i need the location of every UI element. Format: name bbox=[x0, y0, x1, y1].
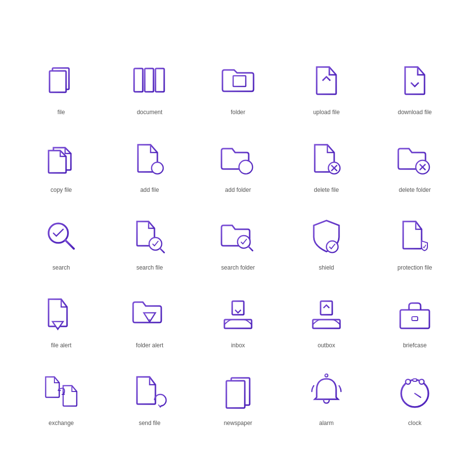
add-folder-icon bbox=[214, 134, 262, 183]
shield-icon bbox=[302, 212, 351, 260]
inbox-label: inbox bbox=[231, 342, 245, 350]
icon-cell-outbox: outbox bbox=[285, 282, 368, 350]
icon-cell-file: file bbox=[19, 49, 103, 117]
icon-cell-document: document bbox=[108, 49, 191, 117]
alarm-icon bbox=[302, 367, 351, 416]
icon-cell-download-file: download file bbox=[373, 49, 457, 117]
icon-cell-add-file: add file bbox=[108, 126, 191, 194]
icon-cell-delete-file: delete file bbox=[285, 126, 368, 194]
outbox-label: outbox bbox=[318, 342, 335, 350]
newspaper-icon bbox=[214, 367, 262, 416]
icon-cell-send-file: send file bbox=[108, 359, 191, 427]
briefcase-icon bbox=[391, 289, 439, 338]
icon-cell-delete-folder: delete folder bbox=[373, 126, 457, 194]
download-file-icon bbox=[391, 56, 439, 105]
document-icon bbox=[125, 56, 174, 105]
delete-folder-label: delete folder bbox=[399, 187, 431, 194]
file-label: file bbox=[57, 109, 65, 117]
exchange-label: exchange bbox=[49, 420, 74, 427]
icon-cell-clock: clock bbox=[373, 359, 457, 427]
search-file-icon bbox=[125, 212, 174, 260]
shield-label: shield bbox=[319, 264, 334, 272]
folder-alert-icon bbox=[125, 289, 174, 338]
icon-cell-folder: folder bbox=[196, 49, 280, 117]
search-file-label: search file bbox=[136, 264, 163, 272]
svg-point-55 bbox=[57, 327, 58, 328]
send-file-icon bbox=[125, 367, 174, 416]
copy-file-label: copy file bbox=[51, 187, 72, 194]
icon-cell-protection-file: protection file bbox=[373, 204, 457, 272]
clock-icon bbox=[391, 367, 439, 416]
icon-cell-upload-file: upload file bbox=[285, 49, 368, 117]
clock-label: clock bbox=[408, 420, 421, 427]
inbox-icon bbox=[214, 289, 262, 338]
icon-cell-copy-file: copy file bbox=[19, 126, 103, 194]
search-label: search bbox=[52, 264, 70, 272]
copy-file-icon bbox=[37, 134, 85, 183]
icon-cell-folder-alert: folder alert bbox=[108, 282, 191, 350]
add-file-label: add file bbox=[140, 187, 159, 194]
folder-icon bbox=[214, 56, 262, 105]
document-label: document bbox=[137, 109, 163, 117]
send-file-label: send file bbox=[139, 420, 161, 427]
icon-cell-search-file: search file bbox=[108, 204, 191, 272]
svg-point-81 bbox=[406, 379, 410, 384]
file-alert-label: file alert bbox=[51, 342, 71, 350]
icon-cell-newspaper: newspaper bbox=[196, 359, 280, 427]
icon-cell-shield: shield bbox=[285, 204, 368, 272]
delete-file-icon bbox=[302, 134, 351, 183]
outbox-icon bbox=[302, 289, 351, 338]
icon-cell-exchange: exchange bbox=[19, 359, 103, 427]
upload-file-label: upload file bbox=[313, 109, 340, 117]
folder-label: folder bbox=[231, 109, 245, 117]
svg-point-82 bbox=[419, 379, 424, 384]
briefcase-label: briefcase bbox=[403, 342, 427, 350]
svg-rect-66 bbox=[412, 317, 418, 321]
file-alert-icon bbox=[37, 289, 85, 338]
svg-line-47 bbox=[248, 246, 253, 251]
icon-cell-search: search bbox=[19, 204, 103, 272]
delete-folder-icon bbox=[391, 134, 439, 183]
file-icon bbox=[37, 56, 85, 105]
icon-grid: file bbox=[0, 29, 476, 447]
search-folder-label: search folder bbox=[221, 264, 255, 272]
svg-line-45 bbox=[160, 248, 164, 253]
add-file-icon bbox=[125, 134, 174, 183]
newspaper-label: newspaper bbox=[224, 420, 253, 427]
svg-rect-17 bbox=[233, 76, 246, 86]
delete-file-label: delete file bbox=[314, 187, 339, 194]
svg-line-41 bbox=[65, 240, 74, 249]
alarm-label: alarm bbox=[319, 420, 334, 427]
svg-rect-1 bbox=[50, 71, 66, 92]
icon-cell-alarm: alarm bbox=[285, 359, 368, 427]
icon-cell-search-folder: search folder bbox=[196, 204, 280, 272]
folder-alert-label: folder alert bbox=[136, 342, 164, 350]
search-icon bbox=[37, 212, 85, 260]
icon-cell-file-alert: file alert bbox=[19, 282, 103, 350]
svg-point-77 bbox=[325, 374, 328, 377]
icon-cell-briefcase: briefcase bbox=[373, 282, 457, 350]
upload-file-icon bbox=[302, 56, 351, 105]
svg-point-57 bbox=[149, 320, 150, 321]
protection-file-icon bbox=[391, 212, 439, 260]
protection-file-label: protection file bbox=[397, 264, 432, 272]
icon-cell-inbox: inbox bbox=[196, 282, 280, 350]
search-folder-icon bbox=[214, 212, 262, 260]
download-file-label: download file bbox=[398, 109, 432, 117]
icon-cell-add-folder: add folder bbox=[196, 126, 280, 194]
exchange-icon bbox=[37, 367, 85, 416]
add-folder-label: add folder bbox=[225, 187, 251, 194]
